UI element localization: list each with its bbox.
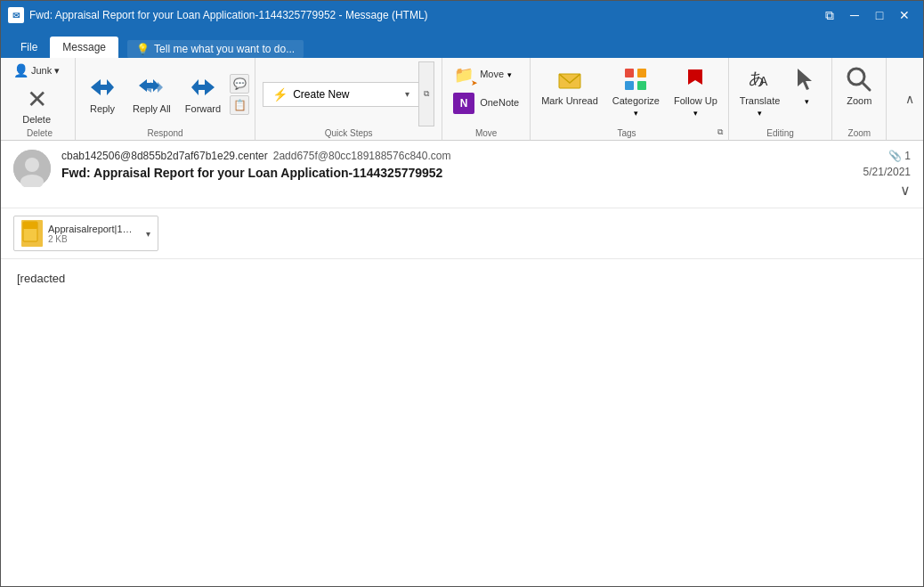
reply-all-button[interactable]: Reply All xyxy=(127,69,176,118)
onenote-label: OneNote xyxy=(480,97,519,109)
svg-marker-12 xyxy=(798,69,812,90)
delete-label: Delete xyxy=(22,114,51,125)
lightbulb-icon: 💡 xyxy=(136,43,150,55)
svg-marker-9 xyxy=(688,69,702,85)
translate-icon: あ A xyxy=(746,65,774,94)
mark-unread-label: Mark Unread xyxy=(541,95,598,107)
close-btn[interactable]: ✕ xyxy=(893,5,916,25)
zoom-icon xyxy=(845,65,873,94)
forward-icon xyxy=(189,73,217,102)
email-area: cbab142506@8d855b2d7af67b1e29.center 2ad… xyxy=(1,141,923,586)
tab-file[interactable]: File xyxy=(8,37,50,58)
attachment-name: Appraisalreport|11144432... xyxy=(48,224,137,234)
mark-unread-button[interactable]: Mark Unread xyxy=(536,61,604,110)
im-icon: 💬 xyxy=(233,77,247,90)
dialog-launcher-icon: ⧉ xyxy=(424,89,429,99)
reply-icon xyxy=(88,73,117,102)
cursor-mode-button[interactable]: ▾ xyxy=(787,61,826,110)
create-new-label: Create New xyxy=(293,88,400,101)
tags-group-label: Tags xyxy=(536,126,717,138)
categorize-button[interactable]: Categorize ▾ xyxy=(607,61,665,121)
email-body-text: [redacted xyxy=(17,272,65,285)
follow-up-dropdown-icon: ▾ xyxy=(693,109,698,118)
tell-me-text: Tell me what you want to do... xyxy=(154,43,295,55)
attachment-size: 2 KB xyxy=(48,234,137,244)
svg-rect-5 xyxy=(625,69,634,77)
tab-message[interactable]: Message xyxy=(50,37,118,58)
ribbon-group-tags: Mark Unread Categorize ▾ xyxy=(531,58,729,140)
move-button[interactable]: 📁 ➤ Move ▾ xyxy=(448,61,517,88)
attachment-count: 📎 1 xyxy=(888,150,911,162)
ribbon: 👤 Junk ▾ ✕ Delete Delete xyxy=(1,58,923,141)
delete-group-label: Delete xyxy=(10,126,69,138)
quick-steps-group-label: Quick Steps xyxy=(263,126,434,138)
junk-label: Junk xyxy=(31,65,52,76)
minimize-btn[interactable]: ─ xyxy=(843,5,866,25)
tab-bar: File Message 💡 Tell me what you want to … xyxy=(1,29,923,58)
translate-button[interactable]: あ A Translate ▾ xyxy=(734,61,785,121)
reply-all-icon xyxy=(137,73,166,102)
quick-steps-create-new[interactable]: ⚡ Create New ▾ xyxy=(263,82,419,107)
onenote-button[interactable]: N OneNote xyxy=(448,90,524,117)
tags-dialog-launcher[interactable]: ⧉ xyxy=(717,127,723,137)
follow-up-button[interactable]: Follow Up ▾ xyxy=(669,61,723,121)
email-date: 5/21/2021 xyxy=(863,166,911,178)
svg-rect-8 xyxy=(637,81,646,90)
ribbon-collapse-button[interactable]: ∧ xyxy=(900,90,920,108)
expand-button[interactable]: ∨ xyxy=(900,182,911,199)
tell-me-box[interactable]: 💡 Tell me what you want to do... xyxy=(127,40,304,58)
quick-steps-dialog-launcher[interactable]: ⧉ xyxy=(418,61,434,126)
delete-button[interactable]: ✕ Delete xyxy=(15,83,58,126)
reply-all-label: Reply All xyxy=(133,103,171,115)
translate-dropdown-icon: ▾ xyxy=(758,109,762,118)
email-header: cbab142506@8d855b2d7af67b1e29.center 2ad… xyxy=(1,141,923,208)
cursor-dropdown-icon: ▾ xyxy=(805,97,809,106)
svg-marker-0 xyxy=(91,79,114,95)
svg-point-16 xyxy=(25,158,39,172)
move-label: Move xyxy=(480,69,504,80)
svg-rect-7 xyxy=(625,81,634,90)
ribbon-group-zoom: Zoom Zoom xyxy=(832,58,887,140)
move-group-label: Move xyxy=(448,126,524,138)
reply-button[interactable]: Reply xyxy=(81,69,124,118)
follow-up-label: Follow Up xyxy=(674,95,717,107)
ribbon-group-quick-steps: ⚡ Create New ▾ ⧉ Quick Steps xyxy=(255,58,442,140)
follow-up-icon xyxy=(681,65,709,94)
attachment-dropdown-icon[interactable]: ▾ xyxy=(146,229,150,239)
outlook-icon: ✉ xyxy=(8,7,24,23)
attachment-file-icon xyxy=(21,220,43,247)
qs-dropdown-icon: ▾ xyxy=(405,89,409,99)
zoom-group-label: Zoom xyxy=(838,126,880,138)
attachment-number: 1 xyxy=(904,150,911,162)
ribbon-group-editing: あ A Translate ▾ ▾ xyxy=(729,58,832,140)
zoom-button[interactable]: Zoom xyxy=(838,61,880,110)
email-meta-right: 📎 1 5/21/2021 ∨ xyxy=(863,150,911,199)
email-to: 2add675f@80cc189188576c840.com xyxy=(273,150,451,162)
attachments-row: Appraisalreport|11144432... 2 KB ▾ xyxy=(1,208,923,259)
restore-btn[interactable]: ⧉ xyxy=(818,5,841,25)
im-button[interactable]: 💬 xyxy=(230,74,249,94)
onenote-icon: N xyxy=(453,93,474,114)
attachment-item[interactable]: Appraisalreport|11144432... 2 KB ▾ xyxy=(13,216,158,251)
forward-button[interactable]: Forward xyxy=(180,69,226,118)
ribbon-group-respond: Reply Reply All Forward xyxy=(76,58,255,140)
maximize-btn[interactable]: □ xyxy=(868,5,891,25)
mark-unread-icon xyxy=(555,65,584,94)
sender-avatar xyxy=(13,150,51,187)
email-from: cbab142506@8d855b2d7af67b1e29.center xyxy=(61,150,268,162)
editing-group-label: Editing xyxy=(734,126,826,138)
more-respond-button[interactable]: 📋 xyxy=(230,95,249,115)
move-arrow-icon: ➤ xyxy=(471,78,478,87)
junk-dropdown-icon: ▾ xyxy=(54,65,60,77)
junk-button[interactable]: 👤 Junk ▾ xyxy=(10,61,63,79)
email-subject: Fwd: Appraisal Report for your Loan Appl… xyxy=(61,166,853,180)
window-title: Fwd: Appraisal Report for your Loan Appl… xyxy=(29,9,428,21)
respond-extra-btns: 💬 📋 xyxy=(230,74,249,115)
move-icon: 📁 ➤ xyxy=(453,64,474,86)
categorize-icon xyxy=(621,65,650,94)
categorize-dropdown-icon: ▾ xyxy=(634,109,638,118)
delete-icon: ✕ xyxy=(27,85,47,114)
title-bar: ✉ Fwd: Appraisal Report for your Loan Ap… xyxy=(1,1,923,29)
translate-label: Translate xyxy=(740,95,780,107)
junk-icon: 👤 xyxy=(13,63,28,77)
